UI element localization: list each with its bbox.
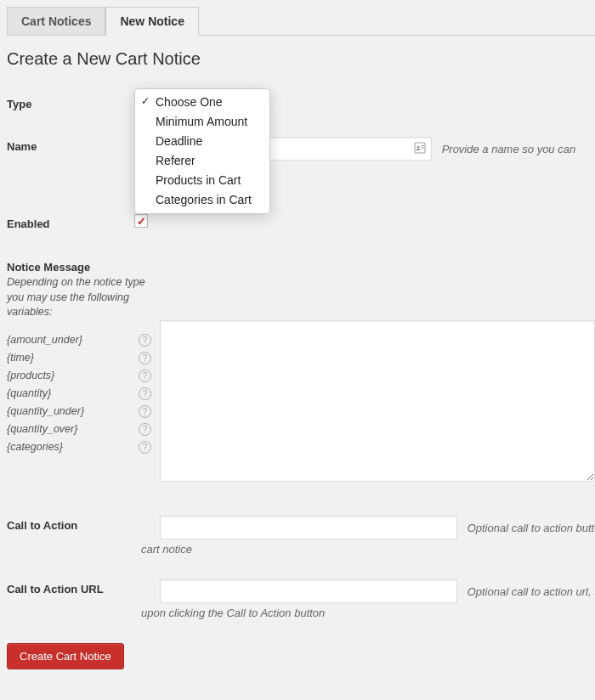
help-icon[interactable]: ? [139, 441, 151, 454]
field-cta-url: Optional call to action url, this is w u… [160, 579, 595, 619]
message-textarea[interactable] [160, 320, 595, 482]
label-cta-url: Call to Action URL [7, 579, 160, 596]
var-quantity-label: {quantity} [7, 387, 139, 399]
row-type: Type Choose One Minimum Amount Deadline … [7, 94, 595, 111]
tabs: Cart Notices New Notice [7, 7, 595, 36]
help-icon[interactable]: ? [139, 423, 151, 436]
cta-url-help-below: upon clicking the Call to Action button [141, 607, 595, 619]
help-icon[interactable]: ? [139, 352, 151, 364]
var-time: {time} ? [7, 352, 160, 364]
message-desc: Depending on the notice type you may use… [7, 275, 160, 320]
dropdown-option-choose-one[interactable]: Choose One [135, 93, 269, 112]
var-products: {products} ? [7, 370, 160, 382]
row-enabled: Enabled [7, 214, 595, 230]
field-enabled [134, 214, 595, 228]
label-enabled: Enabled [7, 214, 134, 230]
create-cart-notice-button[interactable]: Create Cart Notice [7, 643, 124, 669]
cta-url-help-right: Optional call to action url, this is w [468, 585, 595, 598]
tab-cart-notices[interactable]: Cart Notices [7, 7, 105, 35]
var-time-label: {time} [7, 352, 139, 364]
message-label-col: Notice Message Depending on the notice t… [7, 261, 160, 459]
row-name: Name Provide a name so you can easily [7, 137, 595, 173]
help-icon[interactable]: ? [139, 405, 151, 418]
help-icon[interactable]: ? [139, 387, 151, 400]
label-cta: Call to Action [7, 516, 160, 532]
field-type: Choose One Minimum Amount Deadline Refer… [134, 94, 595, 111]
var-categories-label: {categories} [7, 441, 139, 453]
var-products-label: {products} [7, 370, 139, 381]
cta-input[interactable] [160, 516, 457, 539]
var-quantity-under: {quantity_under} ? [7, 405, 160, 418]
var-quantity-over: {quantity_over} ? [7, 423, 160, 436]
row-cta-url: Call to Action URL Optional call to acti… [7, 579, 595, 619]
tab-new-notice[interactable]: New Notice [105, 7, 198, 36]
row-message: Notice Message Depending on the notice t… [7, 261, 595, 482]
dropdown-option-min-amount[interactable]: Minimum Amount [135, 112, 269, 132]
type-dropdown[interactable]: Choose One Minimum Amount Deadline Refer… [134, 88, 270, 214]
help-icon[interactable]: ? [139, 370, 151, 382]
enabled-checkbox[interactable] [134, 214, 148, 228]
label-message: Notice Message [7, 261, 160, 274]
var-amount-under: {amount_under} ? [7, 334, 160, 347]
cta-url-input[interactable] [160, 579, 457, 603]
dropdown-option-referer[interactable]: Referer [135, 151, 269, 171]
page-title: Create a New Cart Notice [7, 49, 595, 69]
var-quantity-over-label: {quantity_over} [7, 423, 139, 435]
dropdown-option-categories-in-cart[interactable]: Categories in Cart [135, 190, 269, 210]
row-cta: Call to Action Optional call to action b… [7, 516, 595, 556]
cta-help-right: Optional call to action button text [468, 522, 595, 534]
cta-help-below: cart notice [141, 543, 595, 556]
var-amount-under-label: {amount_under} [7, 334, 139, 346]
dropdown-option-products-in-cart[interactable]: Products in Cart [135, 171, 269, 190]
field-cta: Optional call to action button text cart… [160, 516, 595, 556]
label-type: Type [7, 94, 134, 110]
var-quantity-under-label: {quantity_under} [7, 405, 139, 417]
dropdown-option-deadline[interactable]: Deadline [135, 132, 269, 151]
help-icon[interactable]: ? [139, 334, 151, 347]
var-categories: {categories} ? [7, 441, 160, 454]
var-quantity: {quantity} ? [7, 387, 160, 400]
label-name: Name [7, 137, 134, 153]
